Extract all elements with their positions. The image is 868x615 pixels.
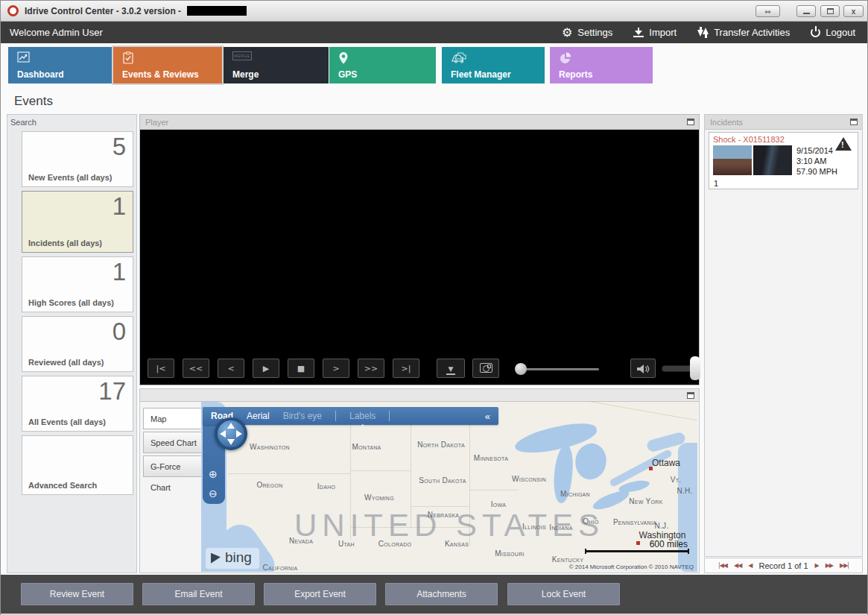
minimize-icon — [803, 13, 810, 14]
transfer-activities-button[interactable]: Transfer Activities — [697, 27, 790, 38]
card-new-events[interactable]: 5 New Events (all days) — [22, 131, 133, 187]
state-border — [469, 490, 519, 491]
tab-reports[interactable]: Reports — [550, 47, 653, 83]
expand-panel-icon[interactable] — [687, 392, 694, 399]
video-area[interactable] — [140, 130, 699, 385]
state-border — [411, 506, 470, 507]
search-cards: 5 New Events (all days) 1 Incidents (all… — [22, 131, 133, 499]
tab-map[interactable]: Map — [143, 408, 203, 429]
expand-panel-icon[interactable] — [850, 119, 858, 125]
pan-west-icon[interactable] — [220, 430, 226, 438]
next-record-button[interactable]: ▶ — [815, 562, 819, 569]
email-event-button[interactable]: Email Event — [142, 583, 255, 605]
download-button[interactable]: ▼ — [437, 359, 465, 378]
tab-gforce-chart[interactable]: G-Force Chart — [143, 455, 203, 477]
stop-button[interactable]: ■ — [288, 359, 314, 378]
card-advanced-search[interactable]: Advanced Search — [22, 435, 133, 495]
map-style-aerial[interactable]: Aerial — [247, 411, 270, 421]
first-record-button[interactable]: |◀◀ — [718, 562, 727, 569]
map-style-labels[interactable]: Labels — [349, 411, 376, 421]
seek-slider[interactable] — [516, 362, 599, 376]
map-panel-header — [140, 389, 699, 402]
tab-events-reviews[interactable]: Events & Reviews — [113, 47, 222, 83]
step-forward-button[interactable]: > — [323, 359, 349, 378]
volume-slider[interactable] — [662, 356, 700, 380]
incidents-panel: Incidents Shock - X01511832 9/15/2014 3:… — [704, 114, 863, 557]
tab-gps-label: GPS — [338, 69, 357, 80]
tab-merge[interactable]: MERGE Merge — [224, 47, 329, 83]
tab-fleet-manager-label: Fleet Manager — [451, 69, 511, 80]
seek-thumb[interactable] — [515, 363, 527, 375]
rewind-button[interactable]: << — [183, 359, 209, 378]
fleet-cars-icon — [451, 51, 470, 63]
export-event-button[interactable]: Export Event — [264, 583, 376, 605]
pan-north-icon[interactable] — [227, 423, 235, 429]
pan-south-icon[interactable] — [227, 439, 235, 445]
card-label: High Scores (all days) — [28, 298, 114, 307]
incidents-title: Incidents — [710, 118, 743, 127]
tab-speed-chart[interactable]: Speed Chart — [143, 432, 203, 453]
step-back-button[interactable]: < — [218, 359, 244, 378]
warning-icon — [835, 137, 852, 151]
settings-button[interactable]: ⚙ Settings — [562, 27, 612, 39]
tab-reports-label: Reports — [559, 69, 592, 80]
pan-east-icon[interactable] — [236, 430, 242, 438]
last-record-button[interactable]: ▶▶| — [840, 562, 849, 569]
tab-fleet-manager[interactable]: Fleet Manager — [442, 47, 545, 83]
card-incidents[interactable]: 1 Incidents (all days) — [22, 191, 133, 253]
next-page-button[interactable]: ▶▶ — [826, 562, 833, 569]
import-label: Import — [649, 27, 677, 38]
fast-forward-button[interactable]: >> — [358, 359, 384, 378]
map-pan-compass[interactable] — [215, 417, 247, 450]
map-state-label: Kansas — [445, 540, 469, 548]
card-high-scores[interactable]: 1 High Scores (all days) — [22, 256, 133, 312]
tab-events-reviews-label: Events & Reviews — [122, 69, 199, 80]
welcome-text: Welcome Admin User — [10, 27, 103, 38]
zoom-out-icon[interactable]: ⊖ — [209, 488, 218, 499]
resize-button[interactable]: ⇔ — [755, 5, 780, 17]
map-state-label: Michigan — [560, 490, 590, 498]
search-panel-title: Search — [10, 118, 37, 127]
map-state-label: Wisconsin — [512, 475, 546, 483]
card-label: Incidents (all days) — [28, 239, 102, 247]
review-event-button[interactable]: Review Event — [21, 583, 133, 605]
prev-page-button[interactable]: ◀◀ — [734, 562, 741, 569]
map-canvas[interactable]: UNITED STATES ⊕ ⊖ Road Aerial Bird's eye… — [201, 402, 697, 572]
play-button[interactable]: ▶ — [253, 359, 279, 378]
close-button[interactable]: x — [843, 5, 864, 17]
search-panel: Search 5 New Events (all days) 1 Inciden… — [7, 114, 137, 573]
zoom-in-icon[interactable]: ⊕ — [209, 468, 218, 480]
card-reviewed[interactable]: 0 Reviewed (all days) — [22, 316, 133, 372]
prev-record-button[interactable]: ◀ — [748, 562, 752, 569]
map-style-birdseye[interactable]: Bird's eye — [283, 411, 322, 421]
maximize-button[interactable] — [820, 5, 840, 17]
card-all-events[interactable]: 17 All Events (all days) — [22, 376, 133, 432]
incident-thumbnail-road[interactable] — [713, 145, 752, 175]
incident-thumbnail-cabin[interactable] — [753, 145, 792, 175]
skip-start-button[interactable]: |< — [148, 359, 174, 378]
player-controls: |< << < ▶ ■ > >> >| ▼ — [140, 359, 699, 379]
import-button[interactable]: Import — [633, 27, 677, 38]
lock-event-button[interactable]: Lock Event — [507, 583, 620, 605]
minimize-button[interactable] — [796, 5, 816, 17]
map-state-label: Pennsylvania — [613, 518, 656, 526]
record-count-label: Record 1 of 1 — [758, 561, 808, 570]
map-state-label: Oregon — [256, 481, 282, 489]
map-state-label: North Dakota — [417, 441, 465, 449]
close-icon: x — [852, 7, 856, 16]
volume-thumb[interactable] — [690, 356, 700, 380]
incident-list-item[interactable]: Shock - X01511832 9/15/2014 3:10 AM 57.9… — [709, 132, 858, 189]
skip-end-button[interactable]: >| — [393, 359, 419, 378]
incident-speed: 57.90 MPH — [796, 166, 837, 177]
tab-gps[interactable]: GPS — [329, 47, 436, 83]
tab-dashboard[interactable]: Dashboard — [8, 47, 113, 83]
expand-panel-icon[interactable] — [687, 119, 694, 125]
mute-button[interactable] — [630, 359, 656, 378]
merge-icon: MERGE — [232, 51, 252, 60]
line-chart-icon — [17, 51, 31, 63]
snapshot-button[interactable] — [472, 359, 499, 378]
attachments-button[interactable]: Attachments — [385, 583, 498, 605]
collapse-bar-icon[interactable]: « — [485, 411, 490, 422]
logout-button[interactable]: Logout — [811, 27, 855, 38]
transfer-arrows-icon — [697, 27, 709, 38]
